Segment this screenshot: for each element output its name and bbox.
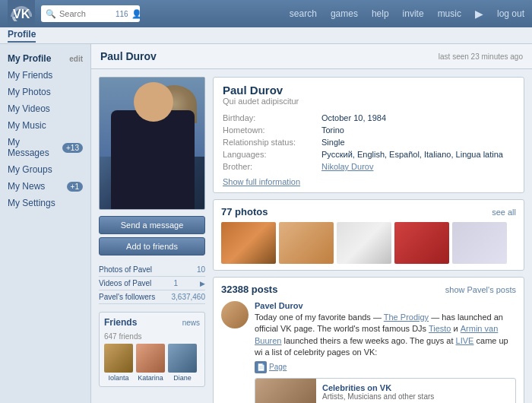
left-column: Send a message Add to friends Photos of …	[99, 77, 205, 403]
friend-item-2[interactable]: Diane	[168, 344, 197, 382]
relationship-value: Single	[321, 138, 345, 147]
videos-stat-label[interactable]: Videos of Pavel	[99, 279, 151, 287]
sidebar-item-my-groups[interactable]: My Groups	[0, 161, 90, 178]
post-text: Today one of my favorite bands — The Pro…	[255, 312, 516, 359]
photos-title[interactable]: 77 photos	[221, 206, 268, 217]
friends-title[interactable]: Friends	[104, 317, 137, 328]
friend-avatar-0	[104, 344, 133, 373]
page-link-label[interactable]: Page	[269, 363, 287, 371]
photos-see-all[interactable]: see all	[492, 208, 516, 217]
profile-body: Send a message Add to friends Photos of …	[91, 69, 532, 403]
followers-stat-row: Pavel's followers 3,637,460	[99, 290, 205, 304]
photos-header: 77 photos see all	[221, 206, 516, 217]
friend-avatar-1	[136, 344, 165, 373]
friends-count: 647 friends	[104, 332, 200, 341]
nav-logout[interactable]: log out	[497, 8, 524, 19]
add-friends-button[interactable]: Add to friends	[99, 237, 205, 255]
photo-thumb-0[interactable]	[221, 222, 276, 264]
friends-box: Friends news 647 friends Iolanta Katarin…	[99, 312, 205, 387]
sidebar-label-my-friends: My Friends	[8, 70, 52, 81]
sidebar-item-my-videos[interactable]: My Videos	[0, 100, 90, 117]
photo-thumb-1[interactable]	[279, 222, 334, 264]
sidebar-label-my-messages: My Messages	[8, 137, 62, 158]
sidebar-item-my-messages[interactable]: My Messages +13	[0, 134, 90, 161]
photo-thumb-4[interactable]	[452, 222, 507, 264]
sidebar-label-my-settings: My Settings	[8, 198, 55, 208]
sidebar: My Profile edit My Friends My Photos My …	[0, 44, 91, 403]
sidebar-label-my-music: My Music	[8, 120, 46, 131]
relationship-label: Relationship status:	[223, 138, 314, 147]
search-count: 116	[116, 10, 128, 18]
photo-thumb-2[interactable]	[337, 222, 391, 264]
sidebar-item-my-friends[interactable]: My Friends	[0, 67, 90, 84]
birthday-row: Birthday: October 10, 1984	[223, 112, 515, 124]
friend-item-1[interactable]: Katarina	[136, 344, 165, 382]
sidebar-item-my-news[interactable]: My News +1	[0, 178, 90, 195]
search-box[interactable]: 🔍 116 👤	[41, 5, 140, 22]
nav-search[interactable]: search	[290, 8, 317, 19]
friends-header: Friends news	[104, 317, 200, 328]
sidebar-item-my-settings[interactable]: My Settings	[0, 195, 90, 211]
show-posts-link[interactable]: show Pavel's posts	[445, 285, 516, 294]
profile-tab-label[interactable]: Profile	[8, 29, 36, 43]
profile-info-card: Paul Durov Qui audet adipiscitur Birthda…	[213, 77, 524, 193]
friends-grid: Iolanta Katarina Diane	[104, 344, 200, 382]
posts-title: 32388 posts	[221, 284, 277, 295]
play-icon[interactable]: ▶	[475, 8, 483, 20]
hometown-value: Torino	[321, 125, 344, 135]
videos-stat-value: 1	[173, 279, 178, 287]
tiesto-link[interactable]: Tiesto	[429, 324, 451, 333]
sidebar-label-my-groups: My Groups	[8, 164, 52, 175]
photo-thumb-3[interactable]	[394, 222, 449, 264]
embedded-post[interactable]: Celebrities on VK Artists, Musicians and…	[255, 378, 516, 403]
embed-subtitle: Artists, Musicians and other stars	[322, 392, 434, 401]
photos-grid	[221, 222, 516, 264]
sidebar-edit-profile[interactable]: edit	[69, 55, 83, 63]
video-icon: ▶	[200, 280, 205, 287]
messages-badge: +13	[62, 143, 83, 153]
post-avatar[interactable]	[221, 301, 249, 328]
languages-label: Languages:	[223, 150, 314, 159]
profile-header: Paul Durov last seen 23 minutes ago	[91, 44, 532, 69]
sidebar-label-my-news: My News	[8, 181, 45, 192]
photos-stat-label[interactable]: Photos of Pavel	[99, 265, 152, 274]
svg-text:VK: VK	[13, 8, 30, 21]
photos-section: 77 photos see all	[213, 199, 524, 271]
hometown-row: Hometown: Torino	[223, 124, 515, 136]
sidebar-item-my-profile[interactable]: My Profile edit	[0, 50, 90, 67]
top-navigation-bar: VK 🔍 116 👤 search games help invite musi…	[0, 0, 532, 27]
embed-content: Celebrities on VK Artists, Musicians and…	[316, 379, 440, 403]
main-layout: My Profile edit My Friends My Photos My …	[0, 44, 532, 403]
brother-value[interactable]: Nikolay Durov	[321, 162, 373, 171]
sidebar-label-my-profile: My Profile	[8, 53, 51, 64]
sidebar-item-my-music[interactable]: My Music	[0, 117, 90, 134]
brother-label: Brother:	[223, 162, 314, 171]
profile-name-header: Paul Durov	[100, 50, 157, 62]
followers-stat-label[interactable]: Pavel's followers	[99, 293, 155, 301]
friend-item-0[interactable]: Iolanta	[104, 344, 133, 382]
birthday-label: Birthday:	[223, 113, 314, 122]
languages-row: Languages: Русский, English, Español, It…	[223, 148, 515, 160]
post-author[interactable]: Pavel Durov	[255, 301, 303, 310]
profile-tab-bar: Profile	[0, 27, 532, 44]
live-link[interactable]: LIVE	[456, 336, 474, 345]
send-message-button[interactable]: Send a message	[99, 216, 205, 234]
prodigy-link[interactable]: The Prodigy	[384, 313, 429, 322]
friend-name-2: Diane	[173, 374, 192, 382]
nav-games[interactable]: games	[331, 8, 358, 19]
languages-value: Русский, English, Español, Italiano, Lin…	[321, 150, 503, 159]
news-badge: +1	[67, 182, 83, 192]
vk-logo[interactable]: VK	[8, 0, 35, 27]
show-full-info[interactable]: Show full information	[223, 177, 515, 186]
sidebar-item-my-photos[interactable]: My Photos	[0, 84, 90, 100]
search-input[interactable]	[59, 9, 112, 18]
profile-avatar	[99, 77, 205, 210]
top-nav: search games help invite music ▶ log out	[290, 8, 524, 20]
nav-invite[interactable]: invite	[403, 8, 424, 19]
friends-news-link[interactable]: news	[182, 319, 200, 327]
nav-help[interactable]: help	[372, 8, 389, 19]
videos-stat-row: Videos of Pavel 1 ▶	[99, 277, 205, 290]
profile-stats: Photos of Pavel 10 Videos of Pavel 1 ▶ P…	[99, 263, 205, 304]
page-link-row: 📄 Page	[255, 361, 516, 373]
nav-music[interactable]: music	[438, 8, 461, 19]
